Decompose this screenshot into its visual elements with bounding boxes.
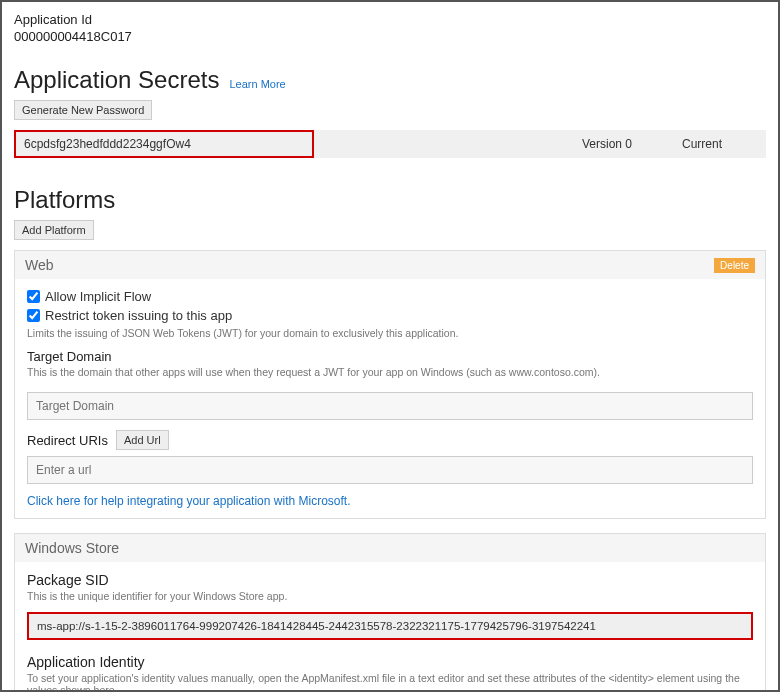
store-panel-header: Windows Store xyxy=(15,534,765,562)
add-url-button[interactable]: Add Url xyxy=(116,430,169,450)
platforms-heading: Platforms xyxy=(14,186,766,214)
web-panel: Web Delete Allow Implicit Flow Restrict … xyxy=(14,250,766,519)
secret-password: 6cpdsfg23hedfddd2234ggfOw4 xyxy=(14,130,314,158)
add-platform-button[interactable]: Add Platform xyxy=(14,220,94,240)
store-panel: Windows Store Package SID This is the un… xyxy=(14,533,766,692)
appid-label: Application Id xyxy=(14,12,766,27)
target-domain-input[interactable] xyxy=(27,392,753,420)
redirect-uris-label: Redirect URIs Add Url xyxy=(27,430,753,450)
allow-implicit-checkbox[interactable] xyxy=(27,290,40,303)
package-sid-value: ms-app://s-1-15-2-3896011764-999207426-1… xyxy=(27,612,753,640)
generate-password-button[interactable]: Generate New Password xyxy=(14,100,152,120)
secrets-heading: Application Secrets Learn More xyxy=(14,66,766,94)
restrict-token-label: Restrict token issuing to this app xyxy=(45,308,232,323)
appid-value: 000000004418C017 xyxy=(14,29,766,44)
secret-row: 6cpdsfg23hedfddd2234ggfOw4 Version 0 Cur… xyxy=(14,130,766,158)
delete-web-button[interactable]: Delete xyxy=(714,258,755,273)
package-sid-help: This is the unique identifier for your W… xyxy=(27,590,753,602)
secrets-title: Application Secrets xyxy=(14,66,219,94)
store-panel-title: Windows Store xyxy=(25,540,119,556)
allow-implicit-label: Allow Implicit Flow xyxy=(45,289,151,304)
app-identity-help: To set your application's identity value… xyxy=(27,672,753,692)
restrict-token-row[interactable]: Restrict token issuing to this app xyxy=(27,308,753,323)
app-identity-label: Application Identity xyxy=(27,654,753,670)
allow-implicit-row[interactable]: Allow Implicit Flow xyxy=(27,289,753,304)
package-sid-label: Package SID xyxy=(27,572,753,588)
redirect-uris-text: Redirect URIs xyxy=(27,433,108,448)
secret-status: Current xyxy=(674,130,766,158)
target-domain-label: Target Domain xyxy=(27,349,753,364)
restrict-token-checkbox[interactable] xyxy=(27,309,40,322)
web-panel-header: Web Delete xyxy=(15,251,765,279)
learn-more-link[interactable]: Learn More xyxy=(229,78,285,90)
secret-version: Version 0 xyxy=(574,130,674,158)
integration-help-link[interactable]: Click here for help integrating your app… xyxy=(27,494,753,508)
restrict-token-help: Limits the issuing of JSON Web Tokens (J… xyxy=(27,327,753,339)
target-domain-help: This is the domain that other apps will … xyxy=(27,366,753,378)
redirect-uri-input[interactable] xyxy=(27,456,753,484)
web-panel-title: Web xyxy=(25,257,54,273)
